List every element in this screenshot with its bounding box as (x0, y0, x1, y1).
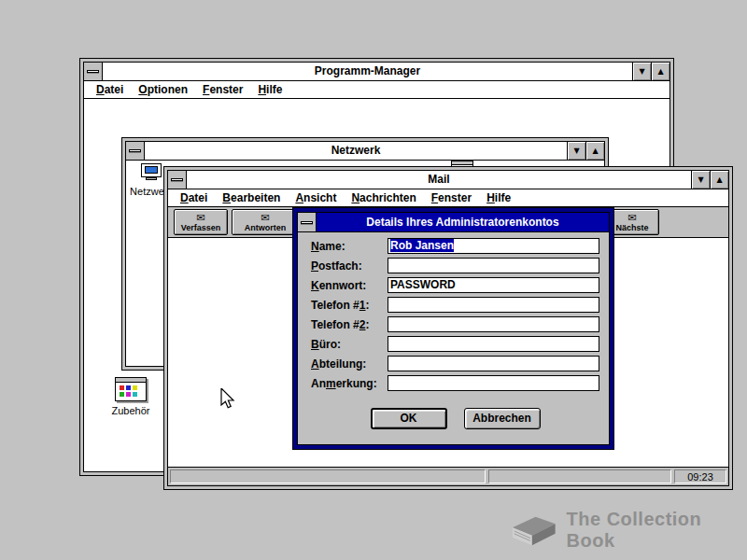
menu-ansicht[interactable]: Ansicht (288, 189, 344, 206)
password-label: Kennwort: (311, 279, 388, 292)
menu-fenster[interactable]: Fenster (195, 81, 250, 98)
phone2-field[interactable] (388, 316, 599, 332)
dialog-body: Name: Rob Jansen Postfach: Kennwort: PAS… (298, 232, 609, 444)
dialog-titlebar[interactable]: Details Ihres Administratorenkontos (298, 213, 609, 232)
group-icon-items (116, 383, 146, 399)
password-field[interactable]: PASSWORD (388, 277, 599, 293)
reply-button-label: Antworten (245, 223, 287, 232)
mail-title: Mail (187, 171, 691, 189)
program-manager-title: Programm-Manager (103, 63, 632, 80)
control-menu-button[interactable] (168, 171, 187, 189)
menu-hilfe[interactable]: Hilfe (250, 81, 289, 98)
control-menu-icon (171, 178, 183, 181)
minimize-button[interactable]: ▼ (632, 63, 651, 80)
mailbox-field[interactable] (388, 258, 599, 273)
envelope-icon: ✉ (627, 213, 636, 223)
envelope-icon: ✉ (261, 213, 269, 223)
watermark: The Collection Book (509, 509, 747, 552)
accessories-group-label: Zubehör (92, 405, 170, 416)
phone2-label: Telefon #2: (311, 318, 388, 331)
field-row-telefon1: Telefon #1: (311, 297, 599, 313)
field-row-postfach: Postfach: (311, 258, 599, 273)
mail-menubar: Datei Bearbeiten Ansicht Nachrichten Fen… (168, 189, 728, 207)
netzwerk-program-icon[interactable] (139, 163, 163, 182)
minimize-button[interactable]: ▼ (691, 171, 710, 189)
control-menu-button[interactable] (84, 63, 103, 80)
cancel-button[interactable]: Abbrechen (464, 408, 541, 429)
dialog-buttons: OK Abbrechen (311, 408, 599, 429)
field-row-buero: Büro: (311, 336, 599, 352)
netzwerk-titlebar[interactable]: Netzwerk ▼ ▲ (126, 142, 604, 161)
envelope-icon: ✉ (196, 213, 204, 223)
menu-fenster[interactable]: Fenster (424, 189, 479, 206)
phone1-field[interactable] (388, 297, 599, 313)
mail-statusbar: 09:23 (168, 467, 728, 485)
maximize-button[interactable]: ▲ (651, 63, 669, 80)
maximize-button[interactable]: ▲ (585, 142, 604, 160)
status-segment (488, 469, 671, 483)
control-menu-button[interactable] (126, 142, 145, 160)
accessories-group-icon[interactable] (115, 377, 147, 401)
department-label: Abteilung: (311, 357, 388, 371)
department-field[interactable] (388, 356, 599, 371)
minimize-button[interactable]: ▼ (567, 142, 585, 160)
clock-display: 09:23 (674, 469, 726, 483)
watermark-text: The Collection Book (567, 509, 747, 552)
admin-details-dialog: Details Ihres Administratorenkontos Name… (292, 207, 614, 450)
dialog-title: Details Ihres Administratorenkontos (317, 213, 609, 231)
office-label: Büro: (311, 338, 388, 351)
maximize-button[interactable]: ▲ (710, 171, 728, 189)
note-field[interactable] (388, 375, 599, 391)
control-menu-icon (87, 70, 99, 73)
field-row-anmerkung: Anmerkung: (311, 375, 599, 391)
next-button-label: Nächste (615, 223, 648, 232)
ok-button[interactable]: OK (371, 408, 447, 429)
mailbox-label: Postfach: (311, 259, 388, 273)
phone1-label: Telefon #1: (311, 299, 388, 312)
field-row-telefon2: Telefon #2: (311, 316, 599, 332)
desktop: { "program_manager": { "title": "Program… (0, 0, 747, 560)
menu-bearbeiten[interactable]: Bearbeiten (215, 189, 288, 206)
reply-button[interactable]: ✉ Antworten (232, 209, 299, 235)
book-icon (509, 511, 557, 550)
field-row-kennwort: Kennwort: PASSWORD (311, 277, 599, 293)
menu-optionen[interactable]: Optionen (131, 81, 195, 98)
program-manager-titlebar[interactable]: Programm-Manager ▼ ▲ (84, 63, 669, 81)
field-row-abteilung: Abteilung: (311, 356, 599, 371)
menu-nachrichten[interactable]: Nachrichten (344, 189, 423, 206)
program-manager-menubar: Datei Optionen Fenster Hilfe (84, 81, 669, 99)
office-field[interactable] (388, 336, 599, 352)
note-label: Anmerkung: (311, 377, 388, 390)
status-segment (170, 469, 486, 483)
field-row-name: Name: Rob Jansen (311, 238, 599, 254)
name-field[interactable]: Rob Jansen (388, 238, 599, 254)
netzwerk-title: Netzwerk (145, 142, 567, 160)
compose-button[interactable]: ✉ Verfassen (174, 209, 228, 235)
control-menu-button[interactable] (298, 213, 317, 231)
menu-hilfe[interactable]: Hilfe (479, 189, 518, 206)
control-menu-icon (301, 221, 313, 224)
menu-datei[interactable]: Datei (89, 81, 131, 98)
name-label: Name: (311, 240, 388, 253)
compose-button-label: Verfassen (181, 223, 221, 232)
mail-titlebar[interactable]: Mail ▼ ▲ (168, 171, 728, 189)
menu-datei[interactable]: Datei (173, 189, 215, 206)
mouse-cursor (220, 388, 237, 416)
control-menu-icon (129, 149, 141, 152)
